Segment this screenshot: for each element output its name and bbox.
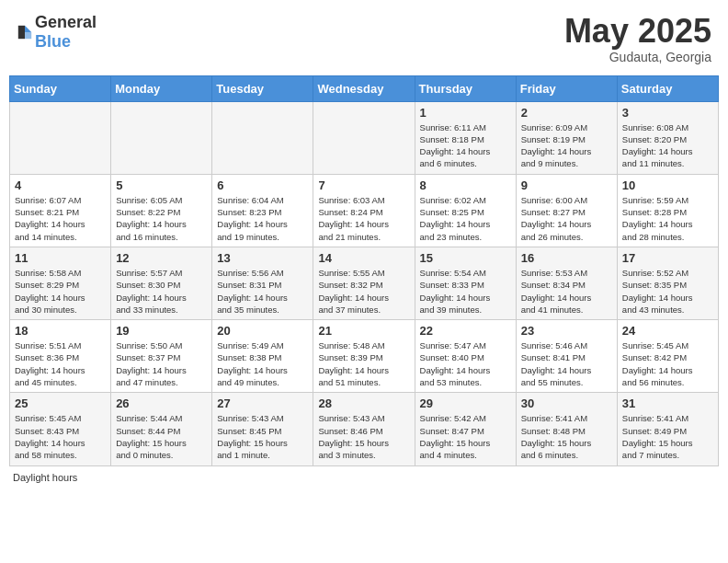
- calendar-table: SundayMondayTuesdayWednesdayThursdayFrid…: [9, 75, 719, 466]
- day-cell: [10, 101, 111, 174]
- day-info: Sunrise: 5:47 AM Sunset: 8:40 PM Dayligh…: [420, 339, 511, 388]
- day-cell: 14Sunrise: 5:55 AM Sunset: 8:32 PM Dayli…: [313, 247, 415, 319]
- day-cell: 2Sunrise: 6:09 AM Sunset: 8:19 PM Daylig…: [516, 101, 617, 174]
- day-info: Sunrise: 5:51 AM Sunset: 8:36 PM Dayligh…: [15, 339, 106, 388]
- day-cell: 16Sunrise: 5:53 AM Sunset: 8:34 PM Dayli…: [516, 247, 617, 319]
- day-info: Sunrise: 5:45 AM Sunset: 8:43 PM Dayligh…: [15, 412, 106, 461]
- day-info: Sunrise: 5:55 AM Sunset: 8:32 PM Dayligh…: [318, 267, 409, 316]
- logo-text-block: General Blue: [35, 13, 97, 52]
- day-number: 31: [622, 396, 713, 410]
- day-cell: 24Sunrise: 5:45 AM Sunset: 8:42 PM Dayli…: [617, 320, 718, 393]
- day-number: 19: [116, 324, 207, 338]
- day-number: 3: [622, 106, 713, 120]
- day-info: Sunrise: 6:00 AM Sunset: 8:27 PM Dayligh…: [521, 194, 612, 243]
- daylight-label: Daylight hours: [13, 472, 77, 483]
- day-info: Sunrise: 5:43 AM Sunset: 8:45 PM Dayligh…: [217, 412, 308, 461]
- day-cell: [111, 101, 212, 174]
- day-number: 5: [116, 178, 207, 192]
- day-cell: 17Sunrise: 5:52 AM Sunset: 8:35 PM Dayli…: [617, 247, 718, 319]
- day-info: Sunrise: 6:09 AM Sunset: 8:19 PM Dayligh…: [521, 121, 612, 170]
- day-number: 8: [420, 178, 511, 192]
- day-info: Sunrise: 5:41 AM Sunset: 8:48 PM Dayligh…: [521, 412, 612, 461]
- day-number: 6: [217, 178, 308, 192]
- day-number: 2: [521, 106, 612, 120]
- footer: Daylight hours: [9, 472, 719, 483]
- day-number: 16: [521, 251, 612, 265]
- day-number: 4: [15, 178, 106, 192]
- calendar-header-row: SundayMondayTuesdayWednesdayThursdayFrid…: [10, 75, 719, 101]
- day-number: 7: [318, 178, 409, 192]
- logo-general: General: [35, 13, 97, 31]
- day-info: Sunrise: 5:50 AM Sunset: 8:37 PM Dayligh…: [116, 339, 207, 388]
- day-cell: 10Sunrise: 5:59 AM Sunset: 8:28 PM Dayli…: [617, 174, 718, 247]
- day-cell: 15Sunrise: 5:54 AM Sunset: 8:33 PM Dayli…: [415, 247, 516, 319]
- day-info: Sunrise: 6:02 AM Sunset: 8:25 PM Dayligh…: [420, 194, 511, 243]
- day-number: 26: [116, 396, 207, 410]
- day-number: 22: [420, 324, 511, 338]
- day-cell: 18Sunrise: 5:51 AM Sunset: 8:36 PM Dayli…: [10, 320, 111, 393]
- col-header-tuesday: Tuesday: [212, 75, 313, 101]
- day-info: Sunrise: 5:45 AM Sunset: 8:42 PM Dayligh…: [622, 339, 713, 388]
- day-cell: [212, 101, 313, 174]
- svg-marker-1: [25, 32, 31, 39]
- week-row-4: 18Sunrise: 5:51 AM Sunset: 8:36 PM Dayli…: [10, 320, 719, 393]
- day-info: Sunrise: 5:44 AM Sunset: 8:44 PM Dayligh…: [116, 412, 207, 461]
- day-info: Sunrise: 6:07 AM Sunset: 8:21 PM Dayligh…: [15, 194, 106, 243]
- logo: General Blue: [17, 13, 97, 52]
- day-number: 15: [420, 251, 511, 265]
- day-number: 11: [15, 251, 106, 265]
- day-cell: 22Sunrise: 5:47 AM Sunset: 8:40 PM Dayli…: [415, 320, 516, 393]
- col-header-monday: Monday: [111, 75, 212, 101]
- day-info: Sunrise: 6:04 AM Sunset: 8:23 PM Dayligh…: [217, 194, 308, 243]
- day-cell: 20Sunrise: 5:49 AM Sunset: 8:38 PM Dayli…: [212, 320, 313, 393]
- week-row-3: 11Sunrise: 5:58 AM Sunset: 8:29 PM Dayli…: [10, 247, 719, 319]
- day-info: Sunrise: 5:57 AM Sunset: 8:30 PM Dayligh…: [116, 267, 207, 316]
- day-cell: 19Sunrise: 5:50 AM Sunset: 8:37 PM Dayli…: [111, 320, 212, 393]
- svg-marker-0: [25, 26, 31, 32]
- day-info: Sunrise: 5:41 AM Sunset: 8:49 PM Dayligh…: [622, 412, 713, 461]
- day-number: 13: [217, 251, 308, 265]
- day-number: 12: [116, 251, 207, 265]
- day-cell: 29Sunrise: 5:42 AM Sunset: 8:47 PM Dayli…: [415, 393, 516, 465]
- day-cell: 23Sunrise: 5:46 AM Sunset: 8:41 PM Dayli…: [516, 320, 617, 393]
- page-header: General Blue May 2025 Gudauta, Georgia: [9, 9, 719, 68]
- day-cell: 6Sunrise: 6:04 AM Sunset: 8:23 PM Daylig…: [212, 174, 313, 247]
- logo-icon: [17, 24, 33, 40]
- day-cell: 26Sunrise: 5:44 AM Sunset: 8:44 PM Dayli…: [111, 393, 212, 465]
- day-cell: 12Sunrise: 5:57 AM Sunset: 8:30 PM Dayli…: [111, 247, 212, 319]
- day-cell: 31Sunrise: 5:41 AM Sunset: 8:49 PM Dayli…: [617, 393, 718, 465]
- day-cell: 30Sunrise: 5:41 AM Sunset: 8:48 PM Dayli…: [516, 393, 617, 465]
- day-cell: 21Sunrise: 5:48 AM Sunset: 8:39 PM Dayli…: [313, 320, 415, 393]
- day-cell: 3Sunrise: 6:08 AM Sunset: 8:20 PM Daylig…: [617, 101, 718, 174]
- day-cell: 5Sunrise: 6:05 AM Sunset: 8:22 PM Daylig…: [111, 174, 212, 247]
- day-info: Sunrise: 5:42 AM Sunset: 8:47 PM Dayligh…: [420, 412, 511, 461]
- day-number: 10: [622, 178, 713, 192]
- day-number: 14: [318, 251, 409, 265]
- day-info: Sunrise: 5:46 AM Sunset: 8:41 PM Dayligh…: [521, 339, 612, 388]
- day-number: 9: [521, 178, 612, 192]
- day-number: 20: [217, 324, 308, 338]
- day-number: 25: [15, 396, 106, 410]
- week-row-5: 25Sunrise: 5:45 AM Sunset: 8:43 PM Dayli…: [10, 393, 719, 465]
- day-number: 30: [521, 396, 612, 410]
- day-number: 23: [521, 324, 612, 338]
- day-cell: 27Sunrise: 5:43 AM Sunset: 8:45 PM Dayli…: [212, 393, 313, 465]
- col-header-thursday: Thursday: [415, 75, 516, 101]
- day-number: 21: [318, 324, 409, 338]
- week-row-2: 4Sunrise: 6:07 AM Sunset: 8:21 PM Daylig…: [10, 174, 719, 247]
- title-block: May 2025 Gudauta, Georgia: [564, 13, 711, 64]
- col-header-wednesday: Wednesday: [313, 75, 415, 101]
- day-info: Sunrise: 6:03 AM Sunset: 8:24 PM Dayligh…: [318, 194, 409, 243]
- day-cell: 7Sunrise: 6:03 AM Sunset: 8:24 PM Daylig…: [313, 174, 415, 247]
- day-info: Sunrise: 5:53 AM Sunset: 8:34 PM Dayligh…: [521, 267, 612, 316]
- day-cell: 8Sunrise: 6:02 AM Sunset: 8:25 PM Daylig…: [415, 174, 516, 247]
- week-row-1: 1Sunrise: 6:11 AM Sunset: 8:18 PM Daylig…: [10, 101, 719, 174]
- day-info: Sunrise: 5:59 AM Sunset: 8:28 PM Dayligh…: [622, 194, 713, 243]
- day-info: Sunrise: 5:52 AM Sunset: 8:35 PM Dayligh…: [622, 267, 713, 316]
- day-cell: 28Sunrise: 5:43 AM Sunset: 8:46 PM Dayli…: [313, 393, 415, 465]
- day-info: Sunrise: 5:43 AM Sunset: 8:46 PM Dayligh…: [318, 412, 409, 461]
- day-info: Sunrise: 5:58 AM Sunset: 8:29 PM Dayligh…: [15, 267, 106, 316]
- day-cell: 4Sunrise: 6:07 AM Sunset: 8:21 PM Daylig…: [10, 174, 111, 247]
- day-info: Sunrise: 6:11 AM Sunset: 8:18 PM Dayligh…: [420, 121, 511, 170]
- day-cell: [313, 101, 415, 174]
